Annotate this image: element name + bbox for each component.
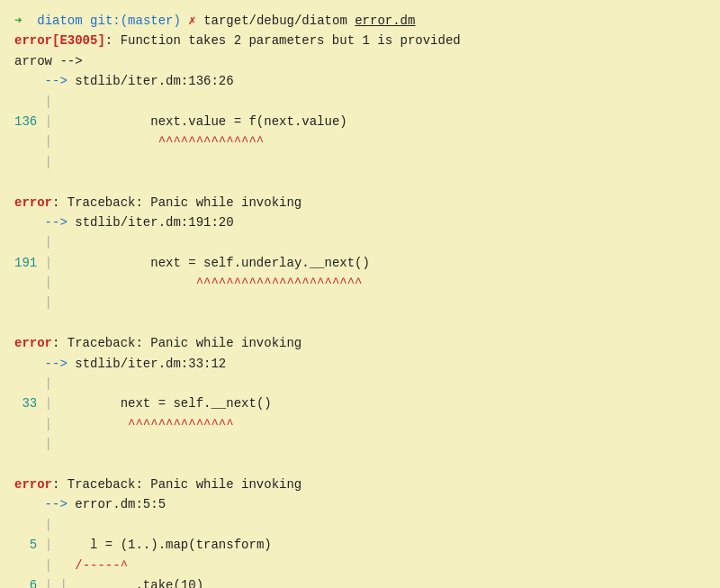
pipe-33b: | bbox=[45, 417, 52, 431]
error-traceback-1: error: Traceback: Panic while invoking bbox=[14, 193, 706, 213]
prompt-arrow: ➜ bbox=[14, 14, 22, 28]
error-traceback-label-2: error bbox=[14, 336, 52, 350]
pipe-5a: | bbox=[45, 538, 52, 552]
pipe-136b: | bbox=[45, 134, 52, 149]
pipe-2: | bbox=[45, 155, 52, 169]
error-traceback-3: error: Traceback: Panic while invoking bbox=[14, 475, 706, 494]
caret-line-136: | ^^^^^^^^^^^^^^ bbox=[14, 131, 706, 151]
code-5: l = (1..).map(transform) bbox=[90, 538, 272, 552]
pipe-3: | bbox=[45, 235, 52, 249]
loc-2: stdlib/iter.dm:191:20 bbox=[68, 215, 234, 230]
pipe-line-4: | bbox=[14, 293, 706, 312]
pipe-6a: | | bbox=[45, 578, 68, 588]
loc-1: stdlib/iter.dm:136:26 bbox=[68, 74, 234, 88]
line-num-136: 136 bbox=[14, 114, 37, 129]
caret-line-191: | ^^^^^^^^^^^^^^^^^^^^^^ bbox=[14, 273, 706, 293]
prompt-git-label: git: bbox=[90, 14, 121, 28]
pipe-line-7: | bbox=[14, 515, 706, 535]
pipe-line-5: | bbox=[14, 374, 706, 394]
prompt-branch: (master) bbox=[121, 14, 181, 28]
line-num-5: 5 bbox=[14, 538, 37, 552]
error-traceback-label-3: error bbox=[14, 477, 52, 492]
carets-33: ^^^^^^^^^^^^^^ bbox=[128, 417, 234, 431]
pipe-line-2: | bbox=[14, 152, 706, 172]
carets-136: ^^^^^^^^^^^^^^ bbox=[158, 134, 265, 149]
error-traceback-text-3: : Traceback: Panic while invoking bbox=[52, 477, 302, 492]
prompt-user: diatom bbox=[37, 14, 82, 28]
pipe-33: | bbox=[45, 396, 52, 411]
error-label: error[E3005] bbox=[14, 33, 105, 48]
code-line-6: 6 | | .take(10) bbox=[14, 575, 706, 588]
code-33: next = self.__next() bbox=[90, 396, 272, 411]
carets-191: ^^^^^^^^^^^^^^^^^^^^^^ bbox=[196, 276, 363, 290]
error-traceback-text-2: : Traceback: Panic while invoking bbox=[52, 336, 302, 350]
pipe-136: | bbox=[45, 114, 52, 129]
blank-2 bbox=[14, 313, 706, 333]
error-colon: : Function takes 2 parameters but 1 is p… bbox=[105, 33, 461, 48]
pipe-5b: | bbox=[45, 558, 52, 573]
line-num-6: 6 bbox=[14, 578, 37, 588]
pipe-4: | bbox=[45, 295, 52, 310]
pipe-5: | bbox=[45, 376, 52, 391]
pipe-line-6: | bbox=[14, 434, 706, 454]
prompt-x: ✗ bbox=[188, 14, 195, 28]
code-line-5: 5 | l = (1..).map(transform) bbox=[14, 535, 706, 555]
line-num-191: 191 bbox=[14, 256, 37, 270]
pipe-7: | bbox=[45, 518, 52, 532]
error-traceback-text-1: : Traceback: Panic while invoking bbox=[52, 195, 302, 210]
terminal-window: ➜ diatom git:(master) ✗ target/debug/dia… bbox=[14, 11, 706, 588]
code-6: .take(10) bbox=[135, 578, 203, 588]
blank-3 bbox=[14, 455, 706, 475]
pipe-191b: | bbox=[45, 276, 52, 290]
pipe-1: | bbox=[45, 95, 52, 109]
prompt-file: error.dm bbox=[355, 14, 415, 28]
pipe-6: | bbox=[45, 437, 52, 451]
loc-4: error.dm:5:5 bbox=[68, 497, 166, 511]
code-136: next.value = f(next.value) bbox=[150, 114, 346, 129]
arrow-ptr-2: --> bbox=[45, 215, 68, 230]
pipe-line-1: | bbox=[14, 92, 706, 112]
carets-5-prefix: /-----^ bbox=[75, 558, 128, 573]
error-e3005-line: error[E3005]: Function takes 2 parameter… bbox=[14, 31, 706, 50]
code-line-33: 33 | next = self.__next() bbox=[14, 394, 706, 413]
arrow-loc-2: --> stdlib/iter.dm:191:20 bbox=[14, 213, 706, 232]
code-191: next = self.underlay.__next() bbox=[150, 256, 370, 270]
arrow-loc-3: --> stdlib/iter.dm:33:12 bbox=[14, 354, 706, 374]
arrow-ptr-3: --> bbox=[45, 357, 68, 371]
caret-prefix-5: | /-----^ bbox=[14, 556, 706, 575]
code-line-136: 136 | next.value = f(next.value) bbox=[14, 112, 706, 131]
prompt-line-1: ➜ diatom git:(master) ✗ target/debug/dia… bbox=[14, 11, 706, 31]
arrow-loc-4: --> error.dm:5:5 bbox=[14, 494, 706, 514]
arrow-ptr-1: --> bbox=[45, 74, 68, 88]
code-line-191: 191 | next = self.underlay.__next() bbox=[14, 253, 706, 273]
arrow-loc-1: --> stdlib/iter.dm:136:26 bbox=[14, 71, 706, 91]
pipe-line-3: | bbox=[14, 232, 706, 252]
loc-3: stdlib/iter.dm:33:12 bbox=[68, 357, 226, 371]
line-num-33: 33 bbox=[14, 396, 37, 411]
error-traceback-2: error: Traceback: Panic while invoking bbox=[14, 333, 706, 353]
arrow-ptr-4: --> bbox=[45, 497, 68, 511]
error-traceback-label-1: error bbox=[14, 195, 52, 210]
prompt-command: target/debug/diatom bbox=[203, 14, 347, 28]
pipe-191: | bbox=[45, 256, 52, 270]
caret-line-33: | ^^^^^^^^^^^^^^ bbox=[14, 414, 706, 434]
blank-1 bbox=[14, 172, 706, 192]
